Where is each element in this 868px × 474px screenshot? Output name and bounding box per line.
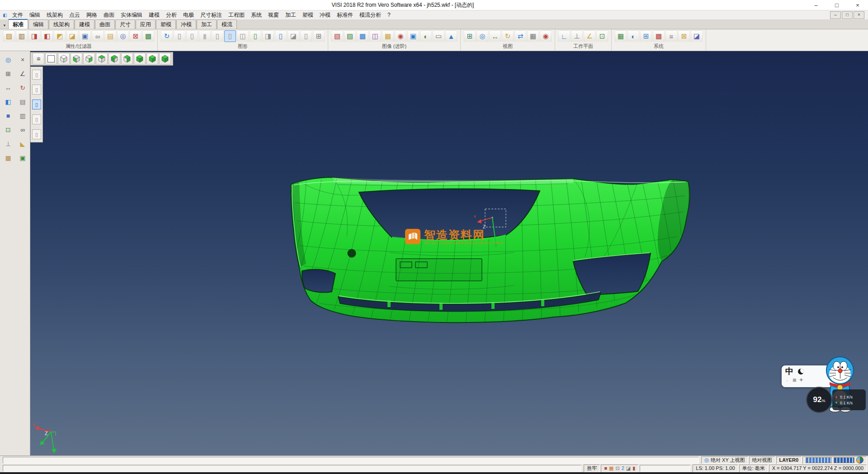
scale-segment[interactable]: LS: 1.00 PS: 1.00 [693,465,738,472]
filter-solid-icon[interactable]: ◩ [54,30,66,42]
menu-item-尺寸标注[interactable]: 尺寸标注 [197,10,225,20]
viewbar-menu-icon[interactable]: ≡ [33,53,44,65]
snapshot-icon[interactable]: ▭ [433,30,444,42]
view-shaded-1-icon[interactable] [134,53,146,65]
snap-grid-icon[interactable]: ⊞ [1,67,15,80]
selection-chain-icon[interactable]: ∞ [92,30,104,42]
workplane-xy-icon[interactable]: ∟ [558,30,570,42]
zoom-window-icon[interactable]: ⊞ [464,30,476,42]
ime-language-button[interactable]: 中 [785,367,793,376]
ime-keyboard-icon[interactable]: ▦ [793,378,797,382]
texture-icon[interactable]: ◫ [369,30,381,42]
angle-tool-icon[interactable]: ◣ [16,137,29,150]
zebra-icon[interactable]: ◪ [288,30,299,42]
transparency-icon[interactable]: ◫ [237,30,249,42]
render-green-icon[interactable]: ▨ [344,30,356,42]
menu-item-点云[interactable]: 点云 [66,10,83,20]
ime-punctuation-icon[interactable]: ， [785,377,789,383]
view-top-icon[interactable] [96,53,108,65]
menu-item-加工[interactable]: 加工 [282,10,299,20]
doc-view-4-button[interactable]: ▯ [32,114,41,124]
tab-应用[interactable]: 应用 [136,19,156,29]
workplane-normal-icon[interactable]: ⊥ [571,30,583,42]
moon-icon[interactable] [798,369,804,374]
selection-brush-icon[interactable]: ▣ [79,30,91,42]
tab-dropdown-button[interactable]: ▼ [1,22,8,29]
menu-item-编辑[interactable]: 编辑 [26,10,43,20]
erase-icon[interactable]: ⊠ [130,30,142,42]
point-tool-icon[interactable]: ⊡ [1,123,15,136]
menu-item-文件[interactable]: 文件 [9,10,26,20]
menu-item-线架构[interactable]: 线架构 [43,10,66,20]
repaint-icon[interactable]: ▩ [142,30,154,42]
status-osnap-icon[interactable]: ⊡ [615,465,619,471]
doc-view-2-button[interactable]: ▯ [32,85,41,95]
maximize-button[interactable]: □ [826,0,847,10]
menu-item-视窗[interactable]: 视窗 [265,10,282,20]
child-close-button[interactable]: × [854,11,864,19]
hidden-line-icon[interactable]: ▯ [186,30,198,42]
attribute-copy-icon[interactable]: ▥ [16,30,28,42]
view-shaded-2-icon[interactable] [146,53,158,65]
layers-tool-icon[interactable]: ▦ [1,152,15,164]
graphics-refresh-icon[interactable]: ↻ [161,30,173,42]
tab-曲面[interactable]: 曲面 [95,19,115,29]
ime-settings-icon[interactable]: ✚ [800,378,803,382]
dynamic-view-icon[interactable]: ⇄ [514,30,526,42]
view-search-segment[interactable]: ◎ 绝对 XY 上视图 [701,456,748,464]
lock-toggle[interactable]: 拴牢 [584,465,600,472]
solid-tool-icon[interactable]: ■ [1,109,15,122]
menu-item-系统[interactable]: 系统 [248,10,265,20]
workplane-angle-icon[interactable]: ∠ [584,30,595,42]
trim-icon[interactable]: × [16,53,29,66]
dimension-tool-icon[interactable]: ⊥ [1,137,15,150]
shadow-icon[interactable]: ◐ [420,30,432,42]
view-plan-icon[interactable] [45,53,57,65]
tab-冲模[interactable]: 冲模 [176,19,196,29]
view-shaded-3-icon[interactable] [159,53,171,65]
curvature-icon[interactable]: ▯ [275,30,287,42]
select-icon[interactable]: ◎ [1,53,15,66]
layer-assign-icon[interactable]: ▤ [104,30,116,42]
measure-icon[interactable]: ∠ [16,67,29,80]
animation-icon[interactable]: ▲ [445,30,457,42]
menu-item-实体编辑[interactable]: 实体编辑 [118,10,146,20]
tab-线架构[interactable]: 线架构 [49,19,74,29]
tab-标准[interactable]: 标准 [8,19,28,29]
network-speed-widget[interactable]: ▲ 0.1 K/s ▼ 0.1 K/s [832,389,866,410]
menu-item-冲模[interactable]: 冲模 [316,10,334,20]
graphics-options-icon[interactable]: ⊞ [313,30,325,42]
layer-segment[interactable]: LAYER0 [776,456,802,464]
system-list-icon[interactable]: ≡ [665,30,677,42]
light-icon[interactable]: ◉ [395,30,406,42]
menu-item-分析[interactable]: 分析 [163,10,180,20]
doc-view-3-button[interactable]: ▯ [32,100,41,109]
fog-opening-left[interactable] [302,270,335,293]
view-side-icon[interactable] [83,53,95,65]
pan-icon[interactable]: ↔ [489,30,501,42]
system-table-icon[interactable]: ▩ [653,30,665,42]
system-window-icon[interactable]: ⊞ [640,30,652,42]
license-plate-recess[interactable] [396,259,482,281]
view-mode-segment[interactable]: 绝对视图 [749,456,775,464]
wireframe-view-icon[interactable]: ▯ [174,30,185,42]
menu-item-网格[interactable]: 网格 [83,10,100,20]
status-grid-icon[interactable]: ▦ [609,465,613,471]
view-front-icon[interactable] [71,53,82,65]
globe-icon[interactable] [856,456,863,464]
menu-item-塑模[interactable]: 塑模 [299,10,316,20]
filter-all-icon[interactable]: ◨ [28,30,40,42]
doc-view-5-button[interactable]: ▯ [32,129,41,139]
shaded-view-icon[interactable]: ▮ [199,30,211,42]
menu-item-标准件[interactable]: 标准件 [334,10,356,20]
view-iso-right-icon[interactable] [121,53,133,65]
workplane-view-icon[interactable]: ⊡ [596,30,608,42]
export-tool-icon[interactable]: ▣ [16,152,29,164]
tab-编辑[interactable]: 编辑 [28,19,48,29]
view-iso-wire-icon[interactable] [58,53,70,65]
shaded-edges-icon[interactable]: ▯ [212,30,223,42]
render-blue-icon[interactable]: ▩ [357,30,368,42]
doc-view-1-button[interactable]: ▯ [32,70,41,80]
view-iso-left-icon[interactable] [108,53,120,65]
section-view-icon[interactable]: ▯ [250,30,261,42]
